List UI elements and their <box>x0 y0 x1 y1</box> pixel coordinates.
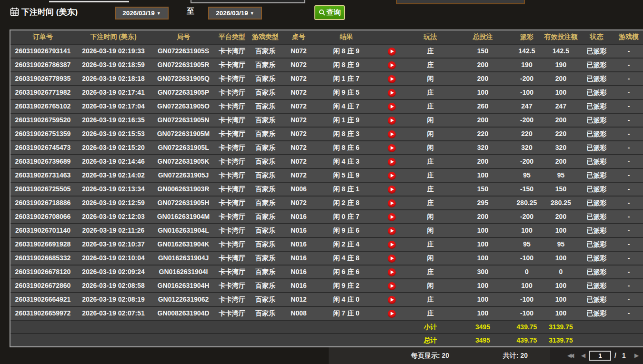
play-icon[interactable] <box>388 75 396 83</box>
table-row: 2603190266649212026-03-19 02:08:19GN0122… <box>10 292 643 306</box>
play-icon[interactable] <box>388 117 396 125</box>
play-triangle <box>391 105 394 108</box>
game-mode: - <box>614 196 643 209</box>
game-type: 百家乐 <box>249 223 282 237</box>
play-type: 庄 <box>406 44 455 58</box>
bet-time: 2026-03-19 02:09:24 <box>75 265 151 278</box>
page-number-input[interactable] <box>589 351 611 361</box>
play-icon[interactable] <box>388 48 396 56</box>
play-icon[interactable] <box>388 296 396 304</box>
table-number: N012 <box>282 292 315 306</box>
play-icon-cell <box>377 223 406 237</box>
table-number: N072 <box>282 140 315 154</box>
total-bet: 150 <box>455 44 511 58</box>
payout: -100 <box>511 251 543 265</box>
play-icon[interactable] <box>388 158 396 166</box>
status: 已派彩 <box>579 223 614 237</box>
platform-type: 卡卡湾厅 <box>215 278 249 292</box>
game-mode: - <box>614 223 643 237</box>
result: 闲 5 庄 9 <box>315 168 377 182</box>
play-icon[interactable] <box>388 172 396 180</box>
play-icon-cell <box>377 127 406 140</box>
result: 闲 4 庄 3 <box>315 154 377 168</box>
total-bet: 320 <box>455 140 511 154</box>
total-count-label: 共计: 20 <box>503 347 528 364</box>
game-type: 百家乐 <box>249 306 282 320</box>
valid-bet: 320 <box>543 140 579 154</box>
previous-page-button[interactable]: ◀ <box>581 347 585 364</box>
play-icon[interactable] <box>388 186 396 194</box>
play-type: 闲 <box>406 278 455 292</box>
order-number: 260319026793141 <box>10 44 75 58</box>
payout: -200 <box>511 154 543 168</box>
bet-time: 2026-03-19 02:12:59 <box>75 196 151 209</box>
round-number: GN0722631905Q <box>151 71 215 85</box>
search-button[interactable]: 查询 <box>314 5 345 20</box>
bet-records-table: 订单号下注时间 (美东)局号平台类型游戏类型桌号结果玩法总投注派彩有效投注额状态… <box>10 30 643 346</box>
table-row: 2603190267396892026-03-19 02:14:46GN0722… <box>10 154 643 168</box>
play-icon-cell <box>377 99 406 113</box>
total-bet: 200 <box>455 209 511 223</box>
table-row: 2603190267789352026-03-19 02:18:18GN0722… <box>10 71 643 85</box>
subtotal-payout: 439.75 <box>511 320 543 333</box>
order-number: 260319026672860 <box>10 278 75 292</box>
table-number: N016 <box>282 265 315 278</box>
play-icon[interactable] <box>388 282 396 290</box>
play-type: 庄 <box>406 196 455 209</box>
total-bet: 100 <box>455 278 511 292</box>
play-icon[interactable] <box>388 61 396 69</box>
play-icon-cell <box>377 251 406 265</box>
payout: 190 <box>511 58 543 71</box>
play-type: 闲 <box>406 223 455 237</box>
game-mode: - <box>614 237 643 251</box>
payout: 95 <box>511 168 543 182</box>
game-type: 百家乐 <box>249 140 282 154</box>
play-triangle <box>391 91 394 95</box>
status: 已派彩 <box>579 182 614 196</box>
bet-time: 2026-03-19 02:17:41 <box>75 85 151 99</box>
filter-bar: 下注时间 (美东) 2026/03/19 ▼ 至 2026/03/19 ▼ 查询 <box>0 0 643 27</box>
play-icon[interactable] <box>388 241 396 249</box>
date-to-picker[interactable]: 2026/03/19 ▼ <box>208 7 262 20</box>
first-page-button[interactable]: ◀◀ <box>567 347 572 364</box>
calendar-icon <box>10 7 19 16</box>
game-type: 百家乐 <box>249 71 282 85</box>
play-icon[interactable] <box>388 310 396 318</box>
total-bet: 100 <box>455 223 511 237</box>
round-number: GN0722631905H <box>151 196 215 209</box>
bet-time: 2026-03-19 02:14:46 <box>75 154 151 168</box>
next-page-button[interactable]: ▶ <box>634 347 639 364</box>
play-icon[interactable] <box>388 199 396 207</box>
result: 闲 8 庄 9 <box>315 44 377 58</box>
table-row: 2603190266599722026-03-19 02:07:51GN0082… <box>10 306 643 320</box>
game-type: 百家乐 <box>249 58 282 71</box>
valid-bet: 100 <box>543 223 579 237</box>
play-icon[interactable] <box>388 255 396 263</box>
date-from-picker[interactable]: 2026/03/19 ▼ <box>115 7 169 20</box>
table-row: 2603190266919282026-03-19 02:10:37GN0162… <box>10 237 643 251</box>
table-row: 2603190267863872026-03-19 02:18:59GN0722… <box>10 58 643 71</box>
play-type: 庄 <box>406 265 455 278</box>
play-icon[interactable] <box>388 144 396 152</box>
total-bet: 200 <box>455 58 511 71</box>
payout: -100 <box>511 306 543 320</box>
grand-total-valid-bet: 3139.75 <box>543 333 579 346</box>
valid-bet: 247 <box>543 99 579 113</box>
play-type: 庄 <box>406 306 455 320</box>
play-icon[interactable] <box>388 268 396 276</box>
play-icon[interactable] <box>388 227 396 235</box>
column-header-11: 有效投注额 <box>543 30 579 44</box>
bet-time: 2026-03-19 02:11:26 <box>75 223 151 237</box>
play-icon[interactable] <box>388 130 396 138</box>
status: 已派彩 <box>579 113 614 127</box>
status: 已派彩 <box>579 237 614 251</box>
play-icon[interactable] <box>388 89 396 97</box>
valid-bet: 100 <box>543 292 579 306</box>
bet-time: 2026-03-19 02:07:51 <box>75 306 151 320</box>
valid-bet: 200 <box>543 154 579 168</box>
play-icon[interactable] <box>388 103 396 111</box>
round-number: GN0162631904M <box>151 209 215 223</box>
play-icon[interactable] <box>388 213 396 221</box>
play-triangle <box>391 256 394 260</box>
play-triangle <box>391 229 394 233</box>
